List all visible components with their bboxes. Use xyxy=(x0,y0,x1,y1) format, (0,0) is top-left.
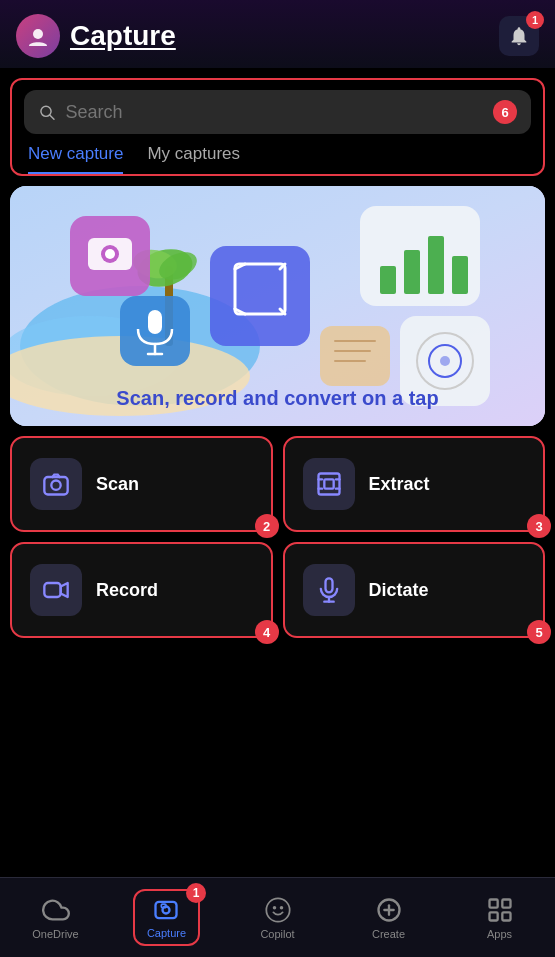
nav-capture-label: Capture xyxy=(147,927,186,939)
svg-rect-27 xyxy=(404,250,420,294)
svg-rect-26 xyxy=(380,266,396,294)
svg-rect-28 xyxy=(428,236,444,294)
action-scan[interactable]: Scan 2 xyxy=(10,436,273,532)
nav-apps-label: Apps xyxy=(487,928,512,940)
action-record[interactable]: Record 4 xyxy=(10,542,273,638)
svg-rect-59 xyxy=(502,899,510,907)
svg-rect-34 xyxy=(320,326,390,386)
extract-label: Extract xyxy=(369,474,430,495)
camera-icon xyxy=(42,470,70,498)
nav-capture-badge: 1 xyxy=(186,883,206,903)
header-left: Capture xyxy=(16,14,176,58)
cloud-icon xyxy=(42,896,70,924)
svg-rect-40 xyxy=(318,474,339,495)
search-bar[interactable]: 6 xyxy=(24,90,531,134)
svg-rect-61 xyxy=(502,912,510,920)
nav-copilot[interactable]: Copilot xyxy=(222,890,333,946)
record-label: Record xyxy=(96,580,158,601)
svg-rect-46 xyxy=(44,583,60,597)
camera-scan-icon xyxy=(152,896,180,924)
svg-rect-60 xyxy=(489,912,497,920)
scan-label: Scan xyxy=(96,474,139,495)
header: Capture 1 xyxy=(0,0,555,68)
avatar[interactable] xyxy=(16,14,60,58)
apps-icon xyxy=(486,896,514,924)
mic-icon xyxy=(315,576,343,604)
nav-create-label: Create xyxy=(372,928,405,940)
svg-point-0 xyxy=(33,29,43,39)
hero-banner: Scan, record and convert on a tap xyxy=(10,186,545,426)
tab-my-captures[interactable]: My captures xyxy=(147,144,240,174)
dictate-badge: 5 xyxy=(527,620,551,644)
svg-rect-15 xyxy=(210,246,310,346)
search-icon xyxy=(38,102,55,122)
nav-capture[interactable]: Capture 1 xyxy=(111,883,222,952)
record-badge: 4 xyxy=(255,620,279,644)
page-title: Capture xyxy=(70,20,176,52)
action-dictate[interactable]: Dictate 5 xyxy=(283,542,546,638)
svg-point-54 xyxy=(279,905,283,909)
hero-caption: Scan, record and convert on a tap xyxy=(116,387,438,410)
svg-point-53 xyxy=(272,905,276,909)
scan-icon xyxy=(315,470,343,498)
nav-onedrive[interactable]: OneDrive xyxy=(0,890,111,946)
action-grid: Scan 2 Extract 3 Record 4 xyxy=(10,436,545,638)
nav-create[interactable]: Create xyxy=(333,890,444,946)
svg-point-39 xyxy=(51,481,60,490)
tabs-row: New capture My captures xyxy=(24,134,531,174)
copilot-icon xyxy=(264,896,292,924)
nav-onedrive-label: OneDrive xyxy=(32,928,78,940)
scan-badge: 2 xyxy=(255,514,279,538)
video-icon xyxy=(42,576,70,604)
dictate-label: Dictate xyxy=(369,580,429,601)
svg-point-14 xyxy=(105,249,115,259)
scan-icon-container xyxy=(30,458,82,510)
svg-rect-41 xyxy=(324,479,333,488)
nav-copilot-label: Copilot xyxy=(260,928,294,940)
svg-rect-52 xyxy=(162,904,167,908)
notification-badge: 1 xyxy=(526,11,544,29)
extract-badge: 3 xyxy=(527,514,551,538)
nav-apps[interactable]: Apps xyxy=(444,890,555,946)
svg-line-2 xyxy=(50,115,54,119)
svg-rect-58 xyxy=(489,899,497,907)
extract-icon-container xyxy=(303,458,355,510)
notification-button[interactable]: 1 xyxy=(499,16,539,56)
search-badge: 6 xyxy=(493,100,517,124)
svg-rect-47 xyxy=(325,578,332,592)
svg-point-33 xyxy=(440,356,450,366)
plus-circle-icon xyxy=(375,896,403,924)
record-icon-container xyxy=(30,564,82,616)
svg-rect-22 xyxy=(148,310,162,334)
search-tabs-section: 6 New capture My captures xyxy=(10,78,545,176)
action-extract[interactable]: Extract 3 xyxy=(283,436,546,532)
search-input[interactable] xyxy=(65,102,483,123)
dictate-icon-container xyxy=(303,564,355,616)
bottom-nav: OneDrive Capture 1 Copilot Cre xyxy=(0,877,555,957)
tab-new-capture[interactable]: New capture xyxy=(28,144,123,174)
svg-rect-29 xyxy=(452,256,468,294)
bell-icon xyxy=(508,25,530,47)
